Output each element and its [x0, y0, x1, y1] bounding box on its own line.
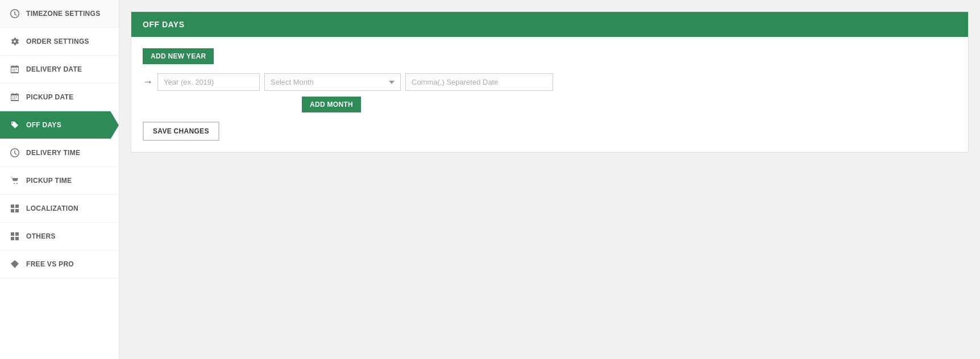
content-panel: OFF DAYS ADD NEW YEAR → Select Month Jan… — [131, 11, 969, 153]
panel-body: ADD NEW YEAR → Select Month January Febr… — [131, 37, 968, 152]
panel-title: OFF DAYS — [143, 20, 185, 29]
sidebar-item-label: OTHERS — [26, 232, 56, 240]
sidebar-item-off-days[interactable]: OFF DAYS — [0, 111, 119, 139]
tag-icon — [9, 119, 20, 131]
gear-icon — [9, 36, 20, 47]
save-row: SAVE CHANGES — [143, 122, 957, 141]
sidebar-item-pickup-date[interactable]: PICKUP DATE — [0, 84, 119, 111]
sidebar-item-timezone-settings[interactable]: TIMEZONE SETTINGS — [0, 0, 119, 28]
sidebar-item-label: LOCALIZATION — [26, 204, 78, 212]
plus-grid-icon — [9, 231, 20, 242]
sidebar-item-label: DELIVERY DATE — [26, 65, 82, 73]
sidebar-item-delivery-date[interactable]: DELIVERY DATE — [0, 56, 119, 84]
sidebar-item-label: DELIVERY TIME — [26, 149, 80, 157]
sidebar-item-others[interactable]: OTHERS — [0, 223, 119, 251]
off-days-input-row: → Select Month January February March Ap… — [143, 73, 957, 91]
sidebar-item-label: FREE VS PRO — [26, 260, 74, 268]
svg-rect-5 — [15, 232, 19, 236]
sidebar-item-label: ORDER SETTINGS — [26, 37, 89, 45]
clock2-icon — [9, 147, 20, 158]
sidebar-item-label: TIMEZONE SETTINGS — [26, 10, 100, 18]
sidebar: TIMEZONE SETTINGS ORDER SETTINGS DELIVER… — [0, 0, 119, 359]
sidebar-item-label: PICKUP TIME — [26, 177, 72, 185]
svg-rect-0 — [11, 204, 14, 208]
svg-rect-3 — [15, 209, 19, 212]
sidebar-item-delivery-time[interactable]: DELIVERY TIME — [0, 139, 119, 167]
svg-rect-4 — [11, 232, 14, 236]
add-month-row: ADD MONTH — [302, 97, 957, 112]
panel-header: OFF DAYS — [131, 12, 968, 37]
month-select[interactable]: Select Month January February March Apri… — [264, 73, 401, 91]
sidebar-item-label: OFF DAYS — [26, 121, 61, 129]
calendar-icon — [9, 64, 20, 75]
cart-icon — [9, 175, 20, 186]
sidebar-item-order-settings[interactable]: ORDER SETTINGS — [0, 28, 119, 56]
svg-rect-6 — [11, 237, 14, 240]
add-month-button[interactable]: ADD MONTH — [302, 97, 361, 112]
svg-rect-1 — [15, 204, 19, 208]
main-content: OFF DAYS ADD NEW YEAR → Select Month Jan… — [119, 0, 980, 359]
year-input[interactable] — [157, 73, 260, 91]
sidebar-item-label: PICKUP DATE — [26, 93, 74, 101]
svg-rect-2 — [11, 209, 14, 212]
diamond-icon — [9, 258, 20, 270]
arrow-right-icon: → — [143, 76, 153, 88]
save-changes-button[interactable]: SAVE CHANGES — [143, 122, 219, 141]
sidebar-item-free-vs-pro[interactable]: FREE VS PRO — [0, 251, 119, 278]
sidebar-item-localization[interactable]: LOCALIZATION — [0, 195, 119, 223]
clock-icon — [9, 8, 20, 19]
calendar2-icon — [9, 91, 20, 103]
sidebar-item-pickup-time[interactable]: PICKUP TIME — [0, 167, 119, 195]
grid-icon — [9, 203, 20, 214]
svg-rect-7 — [15, 237, 19, 240]
dates-input[interactable] — [405, 73, 553, 91]
add-new-year-button[interactable]: ADD NEW YEAR — [143, 48, 214, 64]
